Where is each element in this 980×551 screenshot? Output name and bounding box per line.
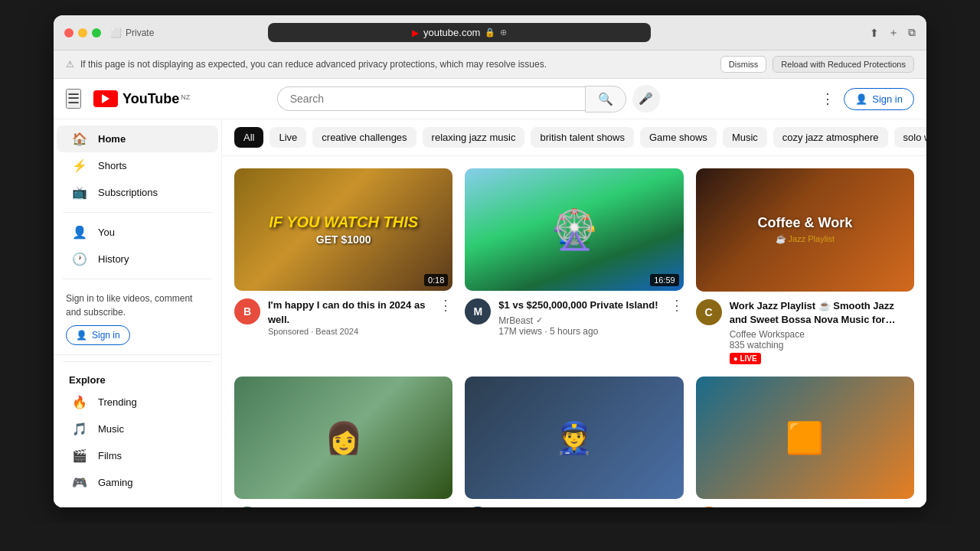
sidebar-item-home[interactable]: 🏠 Home bbox=[57, 126, 218, 152]
sidebar-label-home: Home bbox=[98, 133, 126, 145]
filter-chip-music[interactable]: Music bbox=[723, 127, 767, 148]
ferris-wheel-emoji: 🎡 bbox=[550, 207, 598, 252]
youtube-logo[interactable]: YouTube NZ bbox=[93, 90, 190, 107]
sidebar-label-music: Music bbox=[98, 423, 124, 435]
microphone-button[interactable]: 🎤 bbox=[632, 85, 660, 112]
subscriptions-icon: 📺 bbox=[72, 185, 87, 200]
filter-chip-creative[interactable]: creative challenges bbox=[312, 127, 416, 148]
coffee-sub: ☕ Jazz Playlist bbox=[776, 234, 835, 244]
youtube-header: ☰ YouTube NZ 🔍 🎤 ⋮ 👤 Sign in bbox=[54, 79, 926, 119]
filter-chip-all[interactable]: All bbox=[234, 127, 263, 148]
sign-in-prompt-text: Sign in to like videos, comment and subs… bbox=[66, 293, 192, 318]
filter-chip-relaxing[interactable]: relaxing jazz music bbox=[423, 127, 525, 148]
more-options-1[interactable]: ⋮ bbox=[439, 297, 452, 314]
maximize-button[interactable] bbox=[92, 28, 101, 37]
lock-icon: 🔒 bbox=[485, 28, 495, 37]
thumbnail-5: 👮 bbox=[465, 377, 683, 499]
reload-reduced-button[interactable]: Reload with Reduced Protections bbox=[773, 56, 914, 73]
menu-button[interactable]: ☰ bbox=[66, 89, 81, 109]
search-input[interactable] bbox=[277, 86, 585, 111]
traffic-lights bbox=[64, 28, 101, 37]
video-card-6[interactable]: 🟧 A Crazy Raft Challenge on Open Water A… bbox=[696, 377, 914, 507]
settings-icon: ⊕ bbox=[500, 28, 507, 37]
video-info-3: Work Jazz Playlist ☕ Smooth Jazz and Swe… bbox=[730, 299, 914, 364]
person-icon: 👤 bbox=[855, 93, 867, 105]
sidebar-item-music[interactable]: 🎵 Music bbox=[57, 416, 218, 442]
sidebar-label-gaming: Gaming bbox=[98, 477, 133, 488]
video-stats-3: 835 watching bbox=[730, 340, 914, 350]
sidebar-item-gaming[interactable]: 🎮 Gaming bbox=[57, 469, 218, 496]
video-meta-6: A Crazy Raft Challenge on Open Water Adv… bbox=[696, 507, 914, 507]
duration-badge-1: 0:18 bbox=[424, 274, 448, 286]
video-info-2: $1 vs $250,000,000 Private Island! MrBea… bbox=[498, 298, 662, 336]
video-title-4: Funny British Lady Meets Dog Named Baxte… bbox=[268, 507, 431, 507]
thumbnail-2: 🎡 16:59 bbox=[465, 168, 683, 291]
thumbnail-3: Coffee & Work ☕ Jazz Playlist bbox=[696, 168, 914, 292]
duration-badge-2: 16:59 bbox=[650, 274, 679, 286]
video-title-3: Work Jazz Playlist ☕ Smooth Jazz and Swe… bbox=[730, 299, 914, 327]
minimize-button[interactable] bbox=[78, 28, 87, 37]
share-icon[interactable]: ⬆ bbox=[870, 27, 879, 39]
sidebar: 🏠 Home ⚡ Shorts 📺 Subscriptions 👤 You bbox=[54, 119, 222, 507]
sidebar-label-you: You bbox=[98, 227, 115, 238]
video-title-5: Police Officers Respond to Unusual Call … bbox=[498, 507, 662, 507]
sign-in-section: Sign in to like videos, comment and subs… bbox=[54, 285, 221, 355]
sidebar-divider-2 bbox=[63, 279, 212, 279]
youtube-icon bbox=[93, 90, 118, 107]
url-bar[interactable]: ▶ youtube.com 🔒 ⊕ bbox=[268, 23, 651, 42]
warning-icon: ⚠ bbox=[66, 59, 74, 70]
music-icon: 🎵 bbox=[72, 422, 87, 436]
video-grid: IF YOU WATCH THIS GET $1000 0:18 B I'm h… bbox=[222, 156, 926, 507]
video-card-2[interactable]: 🎡 16:59 M $1 vs $250,000,000 Private Isl… bbox=[465, 168, 683, 364]
video-channel-2: MrBeast ✓ bbox=[498, 315, 662, 326]
sidebar-item-history[interactable]: 🕐 History bbox=[57, 246, 218, 272]
sidebar-item-you[interactable]: 👤 You bbox=[57, 219, 218, 246]
home-icon: 🏠 bbox=[72, 132, 87, 146]
sidebar-item-shorts[interactable]: ⚡ Shorts bbox=[57, 152, 218, 179]
filter-chip-british[interactable]: british talent shows bbox=[531, 127, 634, 148]
channel-avatar-3: C bbox=[696, 299, 722, 325]
video-card-4[interactable]: 👩 U Funny British Lady Meets Dog Named B… bbox=[234, 377, 452, 507]
thumbnail-4: 👩 bbox=[234, 377, 452, 499]
video-info-1: I'm happy I can do this in 2024 as well.… bbox=[268, 298, 431, 335]
sign-in-button[interactable]: 👤 Sign in bbox=[844, 88, 914, 110]
sidebar-item-films[interactable]: 🎬 Films bbox=[57, 442, 218, 469]
thumb-bg-6: 🟧 bbox=[696, 377, 914, 500]
thumb-emoji-5: 👮 bbox=[555, 420, 593, 456]
youtube-page: ☰ YouTube NZ 🔍 🎤 ⋮ 👤 Sign in bbox=[54, 79, 926, 507]
more-options-4[interactable]: ⋮ bbox=[439, 505, 452, 507]
sidebar-label-trending: Trending bbox=[98, 396, 137, 408]
search-bar: 🔍 🎤 bbox=[277, 85, 660, 112]
video-title-2: $1 vs $250,000,000 Private Island! bbox=[498, 298, 662, 312]
more-options-6[interactable]: ⋮ bbox=[900, 505, 914, 507]
video-card-5[interactable]: 👮 P Police Officers Respond to Unusual C… bbox=[465, 377, 683, 507]
close-button[interactable] bbox=[64, 28, 74, 37]
search-button[interactable]: 🔍 bbox=[585, 86, 626, 112]
filter-chip-live[interactable]: Live bbox=[270, 127, 306, 148]
video-card-1[interactable]: IF YOU WATCH THIS GET $1000 0:18 B I'm h… bbox=[234, 168, 452, 364]
films-icon: 🎬 bbox=[72, 448, 87, 463]
new-tab-icon[interactable]: ＋ bbox=[888, 26, 899, 40]
more-options-2[interactable]: ⋮ bbox=[670, 297, 684, 314]
channel-avatar-5: P bbox=[465, 507, 491, 507]
filter-chip-cozy[interactable]: cozy jazz atmosphere bbox=[773, 127, 888, 148]
dismiss-button[interactable]: Dismiss bbox=[720, 56, 767, 73]
sidebar-label-films: Films bbox=[98, 450, 122, 461]
video-meta-5: P Police Officers Respond to Unusual Cal… bbox=[465, 507, 683, 507]
video-meta-3: C Work Jazz Playlist ☕ Smooth Jazz and S… bbox=[696, 299, 914, 364]
sidebar-item-subscriptions[interactable]: 📺 Subscriptions bbox=[57, 179, 218, 206]
video-card-3[interactable]: Coffee & Work ☕ Jazz Playlist C Work Jaz… bbox=[696, 168, 914, 364]
channel-avatar-2: M bbox=[465, 298, 491, 324]
region-label: NZ bbox=[181, 93, 190, 101]
more-options-5[interactable]: ⋮ bbox=[670, 505, 684, 507]
mini-sign-in-button[interactable]: 👤 Sign in bbox=[66, 325, 130, 345]
filter-chip-winter[interactable]: solo winter camping bbox=[894, 127, 926, 148]
thumb-bg-4: 👩 bbox=[234, 377, 452, 499]
sidebar-label-shorts: Shorts bbox=[98, 160, 127, 171]
sidebar-item-trending[interactable]: 🔥 Trending bbox=[57, 389, 218, 416]
video-info-6: Crazy Raft Challenge on Open Water Adven… bbox=[730, 507, 893, 507]
video-title-6: Crazy Raft Challenge on Open Water bbox=[730, 507, 893, 507]
more-options-button[interactable]: ⋮ bbox=[821, 90, 835, 107]
filter-chip-game[interactable]: Game shows bbox=[640, 127, 717, 148]
tab-overview-icon[interactable]: ⧉ bbox=[908, 26, 916, 39]
